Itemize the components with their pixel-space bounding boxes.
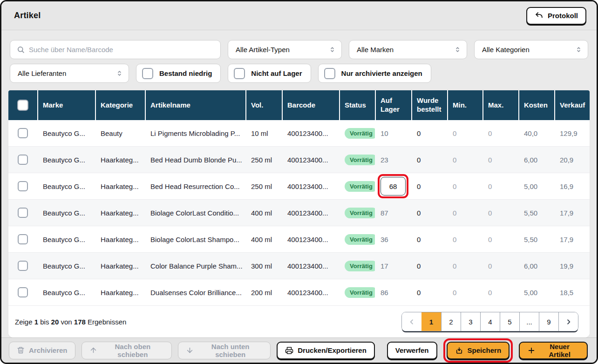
drucken-exportieren-button[interactable]: Drucken/Exportieren [277, 342, 375, 359]
cell-artikelname: Color Balance Purple Sham... [145, 262, 245, 270]
cell-marke: Beautyco G... [37, 289, 95, 297]
cell-auf-lager: 87 [375, 209, 411, 217]
marken-select[interactable]: Alle Marken [349, 40, 467, 59]
cell-artikelname: Bed Head Resurrection Co... [145, 182, 245, 190]
nach-oben-schieben-button[interactable]: Nach oben schieben [82, 342, 172, 359]
cell-status: Vorrätig [339, 155, 375, 165]
cell-auf-lager [375, 174, 411, 198]
save-tray-icon [455, 346, 463, 355]
col-vol[interactable]: Vol. [245, 90, 282, 120]
archivieren-button[interactable]: Archivieren [9, 342, 75, 359]
arrow-up-icon [89, 346, 97, 354]
cell-wurde-bestellt: 0 [411, 262, 447, 270]
pagination-page-4[interactable]: 4 [480, 312, 500, 331]
lieferanten-select[interactable]: Alle Lieferanten [10, 64, 129, 83]
cell-vol: 300 ml [245, 262, 282, 270]
search-box [10, 40, 221, 59]
summary-bis: bis [40, 318, 49, 326]
results-row: Zeige 1 bis 20 von 178 Ergebnissen 12345… [8, 306, 590, 337]
row-checkbox[interactable] [18, 155, 28, 165]
cell-kosten: 5,00 [518, 289, 554, 297]
cell-auf-lager: 17 [375, 262, 411, 270]
chevron-left-icon [408, 318, 416, 326]
artikel-typen-select[interactable]: Alle Artikel-Typen [228, 40, 342, 59]
kategorien-select[interactable]: Alle Kategorien [474, 40, 588, 59]
row-checkbox[interactable] [18, 234, 28, 244]
cell-artikelname: Biolage ColorLast Conditio... [145, 209, 245, 217]
pagination-page-9[interactable]: 9 [539, 312, 558, 331]
summary-total: 178 [74, 318, 86, 326]
row-checkbox[interactable] [18, 261, 28, 271]
pagination-page-3[interactable]: 3 [461, 312, 480, 331]
nur-archivierte-filter[interactable]: Nur archivierte anzeigen [318, 64, 431, 83]
cell-artikelname: Dualsenses Color Brilliance... [145, 289, 245, 297]
nicht-auf-lager-checkbox[interactable] [234, 68, 245, 79]
speichern-button[interactable]: Speichern [447, 342, 510, 359]
status-badge: Vorrätig [345, 181, 375, 192]
nur-archivierte-checkbox[interactable] [324, 68, 335, 79]
up-down-chevrons-icon [329, 46, 336, 54]
cell-verkauf: 20,9 [554, 156, 590, 164]
col-artikelname[interactable]: Artikelname [145, 90, 245, 120]
cell-vol: 200 ml [245, 289, 282, 297]
up-down-chevrons-icon [575, 46, 582, 54]
col-auf-lager[interactable]: Auf Lager [375, 90, 411, 120]
marken-select-value: Alle Marken [357, 46, 394, 54]
cell-status: Vorrätig [339, 261, 375, 271]
neuer-artikel-label: Neuer Artikel [540, 343, 579, 358]
table-card: Marke Kategorie Artikelname Vol. Barcode… [8, 90, 590, 337]
col-kategorie[interactable]: Kategorie [95, 90, 145, 120]
nicht-auf-lager-filter[interactable]: Nicht auf Lager [228, 64, 311, 83]
summary-suffix: Ergebnissen [88, 318, 126, 326]
select-all-checkbox[interactable] [17, 100, 28, 111]
cell-marke: Beautyco G... [37, 156, 95, 164]
status-badge: Vorrätig [345, 261, 375, 271]
bestand-niedrig-checkbox[interactable] [142, 68, 153, 79]
row-checkbox[interactable] [18, 181, 28, 191]
col-marke[interactable]: Marke [37, 90, 95, 120]
col-min[interactable]: Min. [447, 90, 482, 120]
col-wurde-bestellt[interactable]: Wurde bestellt [411, 90, 447, 120]
cell-max: 0 [482, 182, 518, 190]
pagination-page-1[interactable]: 1 [421, 312, 441, 331]
status-badge: Vorrätig [345, 287, 375, 298]
row-checkbox[interactable] [18, 128, 28, 138]
verwerfen-button[interactable]: Verwerfen [387, 342, 437, 359]
protokoll-button[interactable]: Protokoll [526, 7, 586, 25]
cell-verkauf: 19,9 [554, 262, 590, 270]
cell-artikelname: Biolage ColorLast Shampo... [145, 236, 245, 243]
cell-barcode: 400123400... [282, 262, 339, 270]
table-row: Beautyco G... Haarkateg... Bed Head Resu… [8, 173, 590, 200]
nach-unten-schieben-button[interactable]: Nach unten schieben [178, 342, 271, 359]
col-barcode[interactable]: Barcode [282, 90, 339, 120]
cell-marke: Beautyco G... [37, 262, 95, 270]
pagination-page-5[interactable]: 5 [500, 312, 519, 331]
bestand-niedrig-filter[interactable]: Bestand niedrig [136, 64, 221, 83]
highlight-annotation-speichern: Speichern [443, 338, 513, 363]
col-max[interactable]: Max. [482, 90, 518, 120]
cell-wurde-bestellt: 0 [411, 129, 447, 137]
cell-kategorie: Haarkateg... [95, 289, 145, 297]
cell-barcode: 400123400... [282, 129, 339, 137]
pagination-ellipsis[interactable]: ... [519, 312, 539, 331]
table-row: Beautyco G... Haarkateg... Bed Head Dumb… [8, 147, 590, 173]
col-kosten[interactable]: Kosten [518, 90, 554, 120]
row-checkbox[interactable] [18, 287, 28, 297]
search-input[interactable] [29, 46, 214, 54]
row-checkbox[interactable] [18, 208, 28, 218]
cell-marke: Beautyco G... [37, 236, 95, 243]
nach-unten-label: Nach unten schieben [198, 343, 263, 358]
pagination-page-2[interactable]: 2 [441, 312, 461, 331]
cell-barcode: 400123400... [282, 156, 339, 164]
neuer-artikel-button[interactable]: Neuer Artikel [519, 342, 588, 359]
auf-lager-input[interactable] [381, 177, 406, 195]
table-body: Beautyco G... Beauty Li Pigments Microbl… [8, 120, 590, 306]
cell-vol: 400 ml [245, 209, 282, 217]
pagination-next-button[interactable] [558, 312, 578, 331]
pagination-prev-button[interactable] [402, 312, 421, 331]
cell-kosten: 6,00 [518, 156, 554, 164]
col-verkauf[interactable]: Verkauf [554, 90, 590, 120]
cell-artikelname: Li Pigments Microblading P... [145, 129, 245, 137]
cell-status: Vorrätig [339, 208, 375, 218]
col-status[interactable]: Status [339, 90, 375, 120]
